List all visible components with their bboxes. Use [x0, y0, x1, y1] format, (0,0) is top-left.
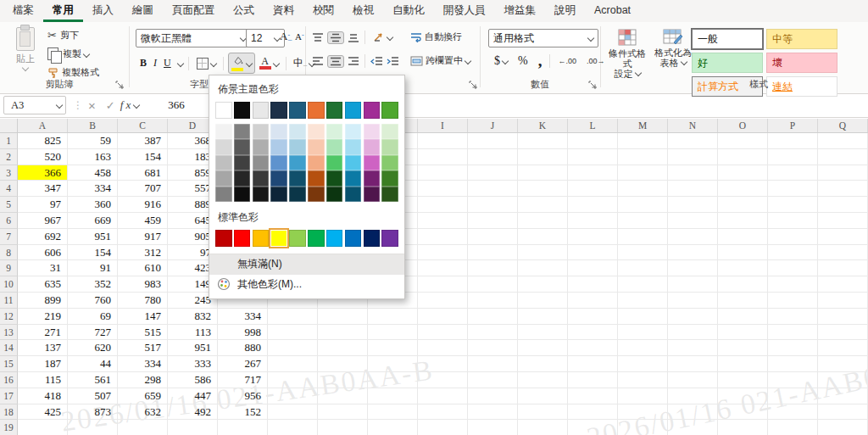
menu-tab-7[interactable]: 校閱: [303, 0, 343, 22]
cell-I6[interactable]: [418, 213, 468, 229]
cell-A17[interactable]: 418: [18, 388, 68, 404]
cell-E17[interactable]: 956: [218, 388, 268, 404]
cell-O2[interactable]: [718, 149, 768, 165]
cell-E12[interactable]: 334: [218, 309, 268, 325]
cell-K3[interactable]: [518, 165, 568, 181]
menu-tab-9[interactable]: 自動化: [383, 0, 434, 22]
menu-tab-4[interactable]: 頁面配置: [163, 0, 224, 22]
cell-P8[interactable]: [768, 245, 818, 261]
cell-I16[interactable]: [418, 372, 468, 388]
cell-M4[interactable]: [618, 181, 668, 197]
cell-N15[interactable]: [668, 356, 718, 372]
cell-I11[interactable]: [418, 293, 468, 309]
cell-B4[interactable]: 334: [68, 181, 118, 197]
theme-variant-swatch-5-0[interactable]: [308, 124, 325, 140]
cell-M2[interactable]: [618, 149, 668, 165]
cell-O7[interactable]: [718, 229, 768, 245]
cell-N10[interactable]: [668, 276, 718, 293]
cell-K9[interactable]: [518, 260, 568, 276]
theme-variant-swatch-8-4[interactable]: [364, 187, 381, 203]
cell-N16[interactable]: [668, 372, 718, 388]
cell-N11[interactable]: [668, 293, 718, 309]
cell-D18[interactable]: 492: [168, 404, 218, 421]
dialog-launcher-icon[interactable]: [588, 81, 597, 89]
column-header-C[interactable]: C: [118, 119, 168, 132]
theme-variant-swatch-4-0[interactable]: [289, 124, 306, 140]
theme-color-swatch-6[interactable]: [326, 102, 343, 119]
cell-L10[interactable]: [568, 276, 618, 293]
cell-K19[interactable]: [518, 420, 568, 435]
cell-L6[interactable]: [568, 213, 618, 229]
cell-L3[interactable]: [568, 165, 618, 181]
column-header-K[interactable]: K: [518, 119, 568, 132]
cell-J12[interactable]: [468, 309, 518, 325]
cell-L17[interactable]: [568, 388, 618, 404]
cell-K13[interactable]: [518, 325, 568, 341]
cell-C2[interactable]: 154: [118, 149, 168, 165]
cell-O10[interactable]: [718, 276, 768, 293]
cell-O13[interactable]: [718, 325, 768, 341]
cell-J16[interactable]: [468, 372, 518, 388]
row-header-18[interactable]: 18: [0, 404, 18, 421]
currency-button[interactable]: $: [492, 53, 510, 70]
cell-O9[interactable]: [718, 260, 768, 276]
cell-K10[interactable]: [518, 276, 568, 293]
theme-variant-swatch-5-4[interactable]: [308, 187, 325, 203]
cell-B2[interactable]: 163: [68, 149, 118, 165]
cell-I5[interactable]: [418, 197, 468, 213]
cell-style-3[interactable]: 壞: [766, 53, 837, 73]
cell-G12[interactable]: [318, 309, 368, 325]
dialog-launcher-icon[interactable]: [469, 81, 477, 89]
menu-tab-1[interactable]: 常用: [43, 0, 83, 22]
theme-variant-swatch-0-2[interactable]: [215, 155, 232, 171]
cell-L11[interactable]: [568, 293, 618, 309]
cell-O4[interactable]: [718, 181, 768, 197]
standard-color-swatch-2[interactable]: [253, 230, 270, 247]
cell-P13[interactable]: [768, 325, 818, 341]
theme-variant-swatch-3-1[interactable]: [270, 139, 287, 155]
cell-Q12[interactable]: [818, 309, 868, 325]
column-header-N[interactable]: N: [668, 119, 718, 132]
cell-B19[interactable]: [68, 420, 118, 435]
theme-variant-swatch-7-2[interactable]: [345, 155, 362, 171]
cell-B14[interactable]: 620: [68, 340, 118, 356]
cell-Q10[interactable]: [818, 276, 868, 293]
cell-P9[interactable]: [768, 260, 818, 276]
cell-H18[interactable]: [368, 404, 418, 421]
cell-N12[interactable]: [668, 309, 718, 325]
cell-L2[interactable]: [568, 149, 618, 165]
cell-C18[interactable]: 632: [118, 404, 168, 421]
cell-A10[interactable]: 635: [18, 276, 68, 293]
cell-H12[interactable]: [368, 309, 418, 325]
cell-I9[interactable]: [418, 260, 468, 276]
cell-C16[interactable]: 298: [118, 372, 168, 388]
cell-J15[interactable]: [468, 356, 518, 372]
font-name-combo[interactable]: 微軟正黑體: [136, 29, 251, 47]
cell-N4[interactable]: [668, 181, 718, 197]
cell-P2[interactable]: [768, 149, 818, 165]
cell-I12[interactable]: [418, 309, 468, 325]
cell-A12[interactable]: 219: [18, 309, 68, 325]
cell-H16[interactable]: [368, 372, 418, 388]
cell-J17[interactable]: [468, 388, 518, 404]
cell-K5[interactable]: [518, 197, 568, 213]
font-color-button[interactable]: A: [257, 55, 281, 71]
cell-style-2[interactable]: 好: [692, 53, 763, 73]
theme-color-swatch-5[interactable]: [308, 102, 325, 119]
theme-variant-swatch-2-2[interactable]: [253, 155, 270, 171]
cancel-icon[interactable]: ×: [88, 98, 96, 113]
cell-A19[interactable]: [18, 420, 68, 435]
bold-button[interactable]: B: [137, 55, 149, 71]
cell-F16[interactable]: [268, 372, 318, 388]
cell-B16[interactable]: 561: [68, 372, 118, 388]
decrease-indent-icon[interactable]: [370, 57, 383, 66]
cell-C13[interactable]: 515: [118, 325, 168, 341]
theme-variant-swatch-2-4[interactable]: [253, 187, 270, 203]
row-header-19[interactable]: 19: [0, 420, 18, 435]
cell-C7[interactable]: 917: [118, 229, 168, 245]
theme-variant-swatch-0-4[interactable]: [215, 187, 232, 203]
cell-style-0[interactable]: 一般: [692, 29, 763, 49]
cell-B18[interactable]: 873: [68, 404, 118, 421]
cell-B5[interactable]: 360: [68, 197, 118, 213]
cell-M16[interactable]: [618, 372, 668, 388]
